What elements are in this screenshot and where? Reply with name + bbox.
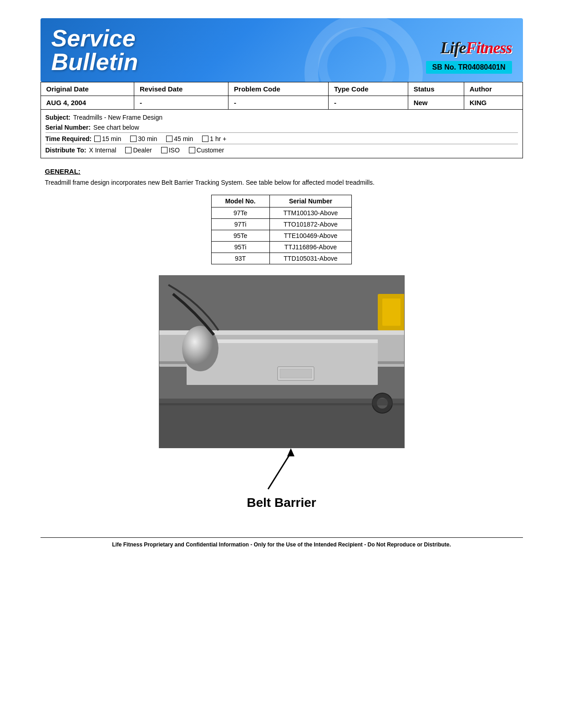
model-cell: 93T bbox=[211, 253, 269, 264]
col-problem-code: Problem Code bbox=[228, 82, 329, 96]
val-type-code: - bbox=[329, 96, 408, 110]
col-original-date: Original Date bbox=[41, 82, 134, 96]
serial-col-header: Serial Number bbox=[269, 195, 352, 207]
meta-section: Subject: Treadmills - New Frame Design S… bbox=[41, 110, 523, 158]
service-label: Service bbox=[51, 26, 138, 50]
model-col-header: Model No. bbox=[211, 195, 269, 207]
photo-inner bbox=[159, 276, 404, 448]
distribute-label: Distribute To: bbox=[46, 147, 86, 154]
header-banner: Service Bulletin LifeFitness SB No. TR04… bbox=[41, 18, 523, 82]
arrow-svg bbox=[254, 448, 309, 494]
time-option-30: 30 min bbox=[130, 135, 157, 142]
photo-wrap: Belt Barrier bbox=[45, 275, 518, 510]
svg-marker-16 bbox=[287, 448, 294, 456]
serial-cell: TTE100469-Above bbox=[269, 230, 352, 242]
table-row: 97TeTTM100130-Above bbox=[211, 207, 352, 219]
checkbox-iso[interactable] bbox=[161, 147, 167, 153]
belt-barrier-label: Belt Barrier bbox=[247, 495, 316, 510]
model-table: Model No. Serial Number 97TeTTM100130-Ab… bbox=[211, 195, 352, 264]
time-15min-label: 15 min bbox=[102, 135, 121, 142]
model-table-wrap: Model No. Serial Number 97TeTTM100130-Ab… bbox=[45, 195, 518, 264]
checkbox-45min[interactable] bbox=[166, 136, 172, 142]
val-problem-code: - bbox=[228, 96, 329, 110]
checkbox-1hr[interactable] bbox=[202, 136, 208, 142]
treadmill-photo-svg bbox=[159, 276, 405, 448]
serial-cell: TTO101872-Above bbox=[269, 219, 352, 230]
bulletin-label: Bulletin bbox=[51, 50, 138, 74]
distribute-dealer-label: Dealer bbox=[133, 147, 152, 154]
general-title: GENERAL: bbox=[45, 167, 518, 175]
distribute-iso-label: ISO bbox=[169, 147, 180, 154]
subject-row: Subject: Treadmills - New Frame Design bbox=[46, 112, 518, 122]
svg-rect-1 bbox=[159, 403, 405, 448]
table-row: 95TeTTE100469-Above bbox=[211, 230, 352, 242]
val-status: New bbox=[408, 96, 464, 110]
treadmill-photo bbox=[159, 275, 405, 448]
table-row: 93TTTD105031-Above bbox=[211, 253, 352, 264]
svg-rect-14 bbox=[159, 399, 405, 405]
distribute-internal: X Internal bbox=[89, 147, 116, 154]
header-right: LifeFitness SB No. TR04080401N bbox=[426, 38, 512, 74]
model-cell: 95Ti bbox=[211, 242, 269, 253]
serial-value: See chart below bbox=[93, 124, 139, 131]
svg-rect-9 bbox=[280, 369, 312, 378]
col-type-code: Type Code bbox=[329, 82, 408, 96]
table-row: 97TiTTO101872-Above bbox=[211, 219, 352, 230]
belt-barrier-arrow bbox=[254, 448, 309, 494]
serial-row: Serial Number: See chart below bbox=[46, 122, 518, 132]
body-content: GENERAL: Treadmill frame design incorpor… bbox=[41, 167, 523, 510]
life-fitness-logo: LifeFitness bbox=[440, 38, 512, 57]
svg-line-15 bbox=[268, 453, 291, 489]
info-table: Original Date Revised Date Problem Code … bbox=[41, 82, 523, 110]
subject-label: Subject: bbox=[46, 114, 71, 121]
val-original-date: AUG 4, 2004 bbox=[41, 96, 134, 110]
time-1hr-label: 1 hr + bbox=[210, 135, 226, 142]
distribute-customer-label: Customer bbox=[197, 147, 224, 154]
model-cell: 97Ti bbox=[211, 219, 269, 230]
checkbox-dealer[interactable] bbox=[125, 147, 132, 153]
footer: Life Fitness Proprietary and Confidentia… bbox=[41, 537, 523, 548]
time-label: Time Required: bbox=[46, 135, 92, 142]
model-cell: 95Te bbox=[211, 230, 269, 242]
serial-label: Serial Number: bbox=[46, 124, 91, 131]
val-author: KING bbox=[464, 96, 522, 110]
checkbox-15min[interactable] bbox=[94, 136, 101, 142]
serial-cell: TTD105031-Above bbox=[269, 253, 352, 264]
time-option-15: 15 min bbox=[94, 135, 121, 142]
distribute-iso: ISO bbox=[161, 147, 180, 154]
checkbox-customer[interactable] bbox=[189, 147, 195, 153]
serial-cell: TTM100130-Above bbox=[269, 207, 352, 219]
subject-value: Treadmills - New Frame Design bbox=[73, 114, 162, 121]
val-revised-date: - bbox=[134, 96, 228, 110]
footer-text: Life Fitness Proprietary and Confidentia… bbox=[112, 541, 451, 548]
time-row: Time Required: 15 min 30 min 45 min 1 hr… bbox=[46, 132, 518, 144]
col-author: Author bbox=[464, 82, 522, 96]
col-status: Status bbox=[408, 82, 464, 96]
model-cell: 97Te bbox=[211, 207, 269, 219]
distribute-internal-label: X Internal bbox=[89, 147, 116, 154]
service-bulletin-title: Service Bulletin bbox=[51, 26, 138, 74]
distribute-dealer: Dealer bbox=[125, 147, 152, 154]
col-revised-date: Revised Date bbox=[134, 82, 228, 96]
time-30min-label: 30 min bbox=[138, 135, 157, 142]
serial-cell: TTJ116896-Above bbox=[269, 242, 352, 253]
time-45min-label: 45 min bbox=[174, 135, 193, 142]
distribute-customer: Customer bbox=[189, 147, 224, 154]
svg-rect-11 bbox=[382, 298, 401, 326]
time-option-1hr: 1 hr + bbox=[202, 135, 226, 142]
sb-number-badge: SB No. TR04080401N bbox=[426, 61, 512, 74]
checkbox-30min[interactable] bbox=[130, 136, 137, 142]
page: Service Bulletin LifeFitness SB No. TR04… bbox=[31, 0, 532, 566]
time-option-45: 45 min bbox=[166, 135, 193, 142]
general-text: Treadmill frame design incorporates new … bbox=[45, 178, 518, 187]
distribute-row: Distribute To: X Internal Dealer ISO Cus… bbox=[46, 144, 518, 155]
table-row: 95TiTTJ116896-Above bbox=[211, 242, 352, 253]
